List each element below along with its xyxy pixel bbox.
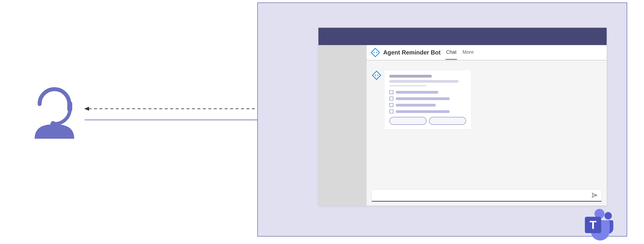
checklist-item [390,110,466,113]
svg-point-18 [376,52,377,53]
svg-point-17 [374,52,374,53]
svg-point-23 [604,212,612,219]
teams-tabs: Chat More [446,45,474,60]
teams-app-frame: Agent Reminder Bot Chat More [318,28,607,206]
svg-rect-19 [372,71,381,80]
checklist-text-placeholder [396,97,450,100]
teams-logo-letter: T [590,218,596,231]
bot-message [372,70,602,129]
checklist-text-placeholder [396,110,450,113]
architecture-diagram: 1 2 [0,0,644,244]
checklist-item [390,103,466,107]
card-actions [390,117,466,125]
microsoft-teams-icon: T [584,208,616,240]
card-action-button[interactable] [429,117,466,125]
checkbox-icon[interactable] [390,103,394,107]
chat-area [367,61,607,187]
code-diamond-icon [370,48,380,58]
teams-chat-header: Agent Reminder Bot Chat More [367,45,607,61]
tab-chat[interactable]: Chat [446,45,457,60]
compose-area [367,187,607,206]
checklist-item [390,90,466,94]
checkbox-icon[interactable] [390,97,394,101]
svg-point-20 [375,75,376,76]
svg-point-2 [46,99,63,116]
svg-rect-16 [371,48,380,57]
agent-headset-icon [30,82,79,139]
checkbox-icon[interactable] [390,110,394,113]
checkbox-icon[interactable] [390,90,394,94]
teams-sidebar [318,45,367,206]
card-subtext-placeholder [390,85,426,86]
checklist-text-placeholder [396,91,438,94]
bot-name: Agent Reminder Bot [383,49,441,56]
teams-content: Agent Reminder Bot Chat More [367,45,607,206]
card-text-placeholder [390,80,458,83]
svg-marker-4 [84,107,89,111]
card-title-placeholder [390,75,432,78]
adaptive-card [384,70,471,129]
card-action-button[interactable] [390,117,426,125]
message-input[interactable] [372,189,602,202]
send-icon[interactable] [592,192,598,198]
tab-more[interactable]: More [462,45,474,60]
teams-window: Agent Reminder Bot Chat More [257,3,627,236]
svg-point-21 [377,75,378,76]
checklist-text-placeholder [396,104,436,107]
teams-titlebar [318,28,607,45]
checklist-item [390,97,466,101]
code-diamond-icon [372,70,382,80]
